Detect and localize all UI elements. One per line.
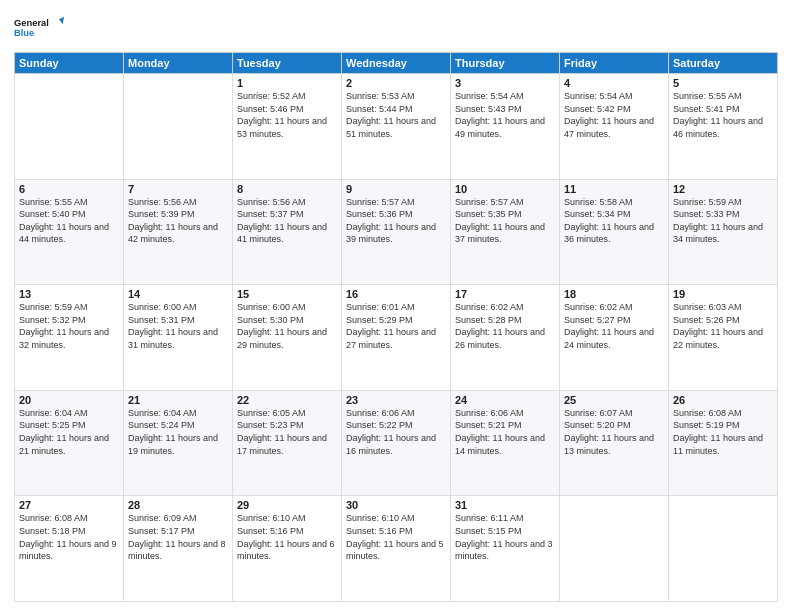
day-number: 4 <box>564 77 664 89</box>
day-info: Sunrise: 6:01 AM Sunset: 5:29 PM Dayligh… <box>346 301 446 351</box>
day-number: 22 <box>237 394 337 406</box>
day-number: 24 <box>455 394 555 406</box>
day-number: 7 <box>128 183 228 195</box>
week-row-4: 20Sunrise: 6:04 AM Sunset: 5:25 PM Dayli… <box>15 390 778 496</box>
calendar-cell: 7Sunrise: 5:56 AM Sunset: 5:39 PM Daylig… <box>124 179 233 285</box>
calendar-cell: 22Sunrise: 6:05 AM Sunset: 5:23 PM Dayli… <box>233 390 342 496</box>
day-info: Sunrise: 6:06 AM Sunset: 5:22 PM Dayligh… <box>346 407 446 457</box>
day-number: 23 <box>346 394 446 406</box>
day-info: Sunrise: 6:00 AM Sunset: 5:30 PM Dayligh… <box>237 301 337 351</box>
weekday-header-friday: Friday <box>560 53 669 74</box>
day-number: 19 <box>673 288 773 300</box>
calendar-cell <box>15 74 124 180</box>
day-number: 28 <box>128 499 228 511</box>
day-info: Sunrise: 5:53 AM Sunset: 5:44 PM Dayligh… <box>346 90 446 140</box>
day-number: 18 <box>564 288 664 300</box>
day-number: 25 <box>564 394 664 406</box>
day-info: Sunrise: 6:05 AM Sunset: 5:23 PM Dayligh… <box>237 407 337 457</box>
calendar-cell: 10Sunrise: 5:57 AM Sunset: 5:35 PM Dayli… <box>451 179 560 285</box>
day-info: Sunrise: 5:56 AM Sunset: 5:37 PM Dayligh… <box>237 196 337 246</box>
day-info: Sunrise: 6:11 AM Sunset: 5:15 PM Dayligh… <box>455 512 555 562</box>
calendar-cell: 8Sunrise: 5:56 AM Sunset: 5:37 PM Daylig… <box>233 179 342 285</box>
day-number: 5 <box>673 77 773 89</box>
day-info: Sunrise: 6:08 AM Sunset: 5:18 PM Dayligh… <box>19 512 119 562</box>
day-info: Sunrise: 5:56 AM Sunset: 5:39 PM Dayligh… <box>128 196 228 246</box>
calendar-cell: 11Sunrise: 5:58 AM Sunset: 5:34 PM Dayli… <box>560 179 669 285</box>
day-info: Sunrise: 6:03 AM Sunset: 5:26 PM Dayligh… <box>673 301 773 351</box>
day-number: 29 <box>237 499 337 511</box>
calendar-cell: 25Sunrise: 6:07 AM Sunset: 5:20 PM Dayli… <box>560 390 669 496</box>
calendar-cell <box>669 496 778 602</box>
day-number: 16 <box>346 288 446 300</box>
weekday-header-thursday: Thursday <box>451 53 560 74</box>
calendar-cell: 23Sunrise: 6:06 AM Sunset: 5:22 PM Dayli… <box>342 390 451 496</box>
day-info: Sunrise: 6:02 AM Sunset: 5:28 PM Dayligh… <box>455 301 555 351</box>
weekday-header-wednesday: Wednesday <box>342 53 451 74</box>
calendar-cell <box>124 74 233 180</box>
calendar-cell: 29Sunrise: 6:10 AM Sunset: 5:16 PM Dayli… <box>233 496 342 602</box>
day-number: 9 <box>346 183 446 195</box>
week-row-3: 13Sunrise: 5:59 AM Sunset: 5:32 PM Dayli… <box>15 285 778 391</box>
calendar-cell: 27Sunrise: 6:08 AM Sunset: 5:18 PM Dayli… <box>15 496 124 602</box>
day-info: Sunrise: 6:02 AM Sunset: 5:27 PM Dayligh… <box>564 301 664 351</box>
weekday-header-sunday: Sunday <box>15 53 124 74</box>
calendar-cell: 4Sunrise: 5:54 AM Sunset: 5:42 PM Daylig… <box>560 74 669 180</box>
day-number: 31 <box>455 499 555 511</box>
calendar-table: SundayMondayTuesdayWednesdayThursdayFrid… <box>14 52 778 602</box>
day-info: Sunrise: 5:54 AM Sunset: 5:42 PM Dayligh… <box>564 90 664 140</box>
day-info: Sunrise: 6:10 AM Sunset: 5:16 PM Dayligh… <box>237 512 337 562</box>
day-number: 15 <box>237 288 337 300</box>
calendar-cell: 5Sunrise: 5:55 AM Sunset: 5:41 PM Daylig… <box>669 74 778 180</box>
calendar-cell: 14Sunrise: 6:00 AM Sunset: 5:31 PM Dayli… <box>124 285 233 391</box>
calendar-cell: 19Sunrise: 6:03 AM Sunset: 5:26 PM Dayli… <box>669 285 778 391</box>
day-info: Sunrise: 5:55 AM Sunset: 5:41 PM Dayligh… <box>673 90 773 140</box>
day-number: 12 <box>673 183 773 195</box>
calendar-cell: 18Sunrise: 6:02 AM Sunset: 5:27 PM Dayli… <box>560 285 669 391</box>
day-number: 17 <box>455 288 555 300</box>
calendar-cell: 1Sunrise: 5:52 AM Sunset: 5:46 PM Daylig… <box>233 74 342 180</box>
day-info: Sunrise: 6:07 AM Sunset: 5:20 PM Dayligh… <box>564 407 664 457</box>
day-info: Sunrise: 5:54 AM Sunset: 5:43 PM Dayligh… <box>455 90 555 140</box>
day-info: Sunrise: 5:55 AM Sunset: 5:40 PM Dayligh… <box>19 196 119 246</box>
day-number: 13 <box>19 288 119 300</box>
day-number: 1 <box>237 77 337 89</box>
day-number: 14 <box>128 288 228 300</box>
day-number: 11 <box>564 183 664 195</box>
day-info: Sunrise: 5:59 AM Sunset: 5:33 PM Dayligh… <box>673 196 773 246</box>
weekday-header-row: SundayMondayTuesdayWednesdayThursdayFrid… <box>15 53 778 74</box>
calendar-cell: 24Sunrise: 6:06 AM Sunset: 5:21 PM Dayli… <box>451 390 560 496</box>
day-number: 20 <box>19 394 119 406</box>
day-number: 30 <box>346 499 446 511</box>
week-row-5: 27Sunrise: 6:08 AM Sunset: 5:18 PM Dayli… <box>15 496 778 602</box>
day-info: Sunrise: 5:58 AM Sunset: 5:34 PM Dayligh… <box>564 196 664 246</box>
day-number: 6 <box>19 183 119 195</box>
calendar-cell: 28Sunrise: 6:09 AM Sunset: 5:17 PM Dayli… <box>124 496 233 602</box>
logo: General Blue <box>14 10 64 46</box>
calendar-cell: 13Sunrise: 5:59 AM Sunset: 5:32 PM Dayli… <box>15 285 124 391</box>
calendar-cell: 16Sunrise: 6:01 AM Sunset: 5:29 PM Dayli… <box>342 285 451 391</box>
calendar-cell: 15Sunrise: 6:00 AM Sunset: 5:30 PM Dayli… <box>233 285 342 391</box>
svg-text:Blue: Blue <box>14 28 34 38</box>
day-info: Sunrise: 5:57 AM Sunset: 5:35 PM Dayligh… <box>455 196 555 246</box>
calendar-cell: 26Sunrise: 6:08 AM Sunset: 5:19 PM Dayli… <box>669 390 778 496</box>
day-info: Sunrise: 5:52 AM Sunset: 5:46 PM Dayligh… <box>237 90 337 140</box>
svg-marker-2 <box>59 17 64 25</box>
day-info: Sunrise: 6:08 AM Sunset: 5:19 PM Dayligh… <box>673 407 773 457</box>
day-info: Sunrise: 6:06 AM Sunset: 5:21 PM Dayligh… <box>455 407 555 457</box>
day-info: Sunrise: 6:04 AM Sunset: 5:24 PM Dayligh… <box>128 407 228 457</box>
logo-svg: General Blue <box>14 10 64 46</box>
day-number: 8 <box>237 183 337 195</box>
svg-text:General: General <box>14 18 49 28</box>
day-info: Sunrise: 6:04 AM Sunset: 5:25 PM Dayligh… <box>19 407 119 457</box>
day-info: Sunrise: 5:59 AM Sunset: 5:32 PM Dayligh… <box>19 301 119 351</box>
day-info: Sunrise: 6:00 AM Sunset: 5:31 PM Dayligh… <box>128 301 228 351</box>
day-number: 26 <box>673 394 773 406</box>
day-info: Sunrise: 6:09 AM Sunset: 5:17 PM Dayligh… <box>128 512 228 562</box>
calendar-cell: 2Sunrise: 5:53 AM Sunset: 5:44 PM Daylig… <box>342 74 451 180</box>
weekday-header-tuesday: Tuesday <box>233 53 342 74</box>
calendar-cell: 3Sunrise: 5:54 AM Sunset: 5:43 PM Daylig… <box>451 74 560 180</box>
weekday-header-saturday: Saturday <box>669 53 778 74</box>
calendar-cell: 20Sunrise: 6:04 AM Sunset: 5:25 PM Dayli… <box>15 390 124 496</box>
page: General Blue SundayMondayTuesdayWednesda… <box>0 0 792 612</box>
day-number: 27 <box>19 499 119 511</box>
